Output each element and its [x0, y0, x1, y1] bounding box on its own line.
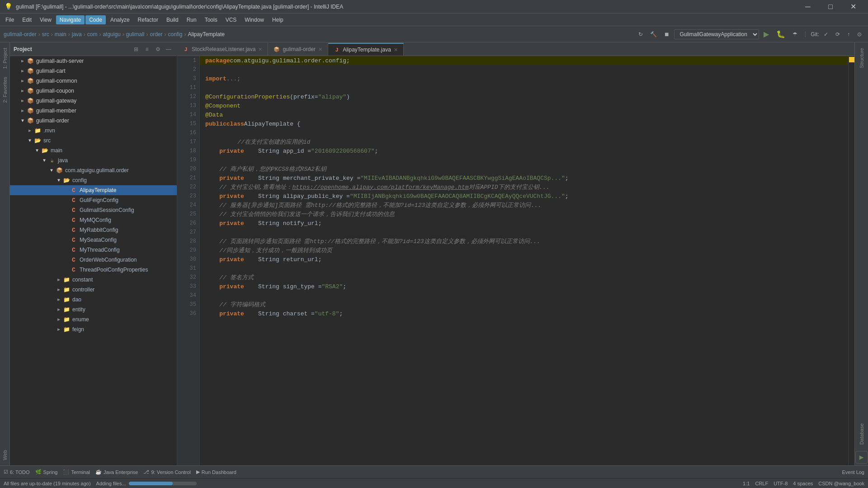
menu-analyze[interactable]: Analyze	[107, 15, 133, 24]
tree-item-mvn[interactable]: ▶ 📁 .mvn	[10, 126, 177, 136]
tree-item-entity[interactable]: ▶ 📁 entity	[10, 305, 177, 314]
tree-collapse-btn[interactable]: ≡	[142, 45, 151, 54]
status-indent[interactable]: 4 spaces	[793, 481, 813, 486]
tree-item-java[interactable]: ▼ ☕ java	[10, 155, 177, 165]
bottom-spring[interactable]: 🌿 Spring	[35, 469, 58, 475]
sidebar-item-favorites[interactable]: 2: Favorites	[1, 73, 9, 106]
tree-item-constant[interactable]: ▶ 📁 constant	[10, 275, 177, 285]
tree-item-order[interactable]: ▼ 📦 gulimall-order	[10, 116, 177, 126]
bottom-version-control[interactable]: ⎇ 9: Version Control	[143, 469, 190, 475]
todo-label: 6: TODO	[10, 469, 30, 475]
module-icon: 📦	[26, 67, 34, 75]
breadcrumb-src[interactable]: src	[42, 31, 49, 38]
menu-run[interactable]: Run	[183, 15, 200, 24]
status-position[interactable]: 1:1	[743, 481, 750, 486]
maximize-button[interactable]: □	[820, 0, 841, 14]
menu-code[interactable]: Code	[85, 15, 106, 24]
tab-close-gulimall-order[interactable]: ✕	[318, 47, 322, 52]
tree-title: Project	[14, 46, 32, 52]
floating-run-button[interactable]: ▶	[855, 451, 868, 464]
tab-gulimall-order[interactable]: 📦 gulimall-order ✕	[268, 43, 328, 56]
menu-edit[interactable]: Edit	[19, 15, 35, 24]
progress-fill	[129, 482, 173, 485]
breadcrumb-atguigu[interactable]: atguigu	[103, 31, 120, 38]
tree-item-controller[interactable]: ▶ 📁 controller	[10, 285, 177, 295]
toolbar-sync-btn[interactable]: ↻	[636, 30, 646, 39]
tree-item-myseataconfig[interactable]: ▶ C MySeataConfig	[10, 235, 177, 245]
status-encoding[interactable]: UTF-8	[774, 481, 788, 486]
tree-item-gateway[interactable]: ▶ 📦 gulimall-gateway	[10, 96, 177, 106]
tree-settings-btn[interactable]: ⚙	[153, 45, 162, 54]
menu-navigate[interactable]: Navigate	[56, 15, 85, 24]
run-config-dropdown[interactable]: GulimallGatewayApplication	[674, 29, 759, 39]
tree-item-gulifeignconfig[interactable]: ▶ C GuliFeignConfig	[10, 195, 177, 205]
tree-expand-btn[interactable]: ⊞	[132, 45, 141, 54]
bottom-todo[interactable]: ☑ 6: TODO	[4, 469, 30, 475]
git-push-btn[interactable]: ↑	[844, 30, 853, 39]
breadcrumb-gulimall-order[interactable]: gulimall-order	[4, 31, 37, 38]
tree-item-src[interactable]: ▼ 📂 src	[10, 136, 177, 145]
tree-item-alipaytemplate[interactable]: ▶ C AlipayTemplate	[10, 185, 177, 195]
bottom-event-log[interactable]: Event Log	[842, 469, 864, 475]
tree-hide-btn[interactable]: —	[164, 45, 173, 54]
breadcrumb-main[interactable]: main	[55, 31, 66, 38]
git-update-btn[interactable]: ✓	[821, 30, 831, 39]
sidebar-item-web[interactable]: Web	[1, 446, 9, 464]
tree-item-common[interactable]: ▶ 📦 gulimall-common	[10, 76, 177, 86]
tab-stockreleaselistener[interactable]: J StockReleaseListener.java ✕	[177, 43, 268, 56]
menu-tools[interactable]: Tools	[201, 15, 221, 24]
tree-item-package[interactable]: ▼ 📦 com.atguigu.gulimall.order	[10, 165, 177, 175]
tree-item-auth-server[interactable]: ▶ 📦 gulimall-auth-server	[10, 56, 177, 66]
run-btn[interactable]: ▶	[761, 28, 772, 40]
git-commit-btn[interactable]: ⟳	[833, 30, 843, 39]
breadcrumb-java[interactable]: java	[72, 31, 82, 38]
sidebar-item-project[interactable]: 1: Project	[1, 44, 9, 72]
breadcrumb-config[interactable]: config	[168, 31, 182, 38]
tab-close-alipaytemplate[interactable]: ✕	[394, 47, 398, 53]
tree-item-mymqconfig[interactable]: ▶ C MyMQConfig	[10, 215, 177, 225]
tree-item-dao[interactable]: ▶ 📁 dao	[10, 295, 177, 305]
bottom-run-dashboard[interactable]: ▶ Run Dashboard	[196, 469, 236, 475]
tree-item-feign[interactable]: ▶ 📁 feign	[10, 324, 177, 334]
tab-alipaytemplate[interactable]: J AlipayTemplate.java ✕	[328, 43, 404, 56]
close-button[interactable]: ✕	[843, 0, 863, 14]
tree-item-enume[interactable]: ▶ 📁 enume	[10, 314, 177, 324]
coverage-btn[interactable]: ☂	[790, 30, 800, 39]
git-history-btn[interactable]: ⊙	[854, 30, 864, 39]
menu-build[interactable]: Build	[163, 15, 182, 24]
java-file-icon: J	[183, 46, 189, 52]
toolbar-stop-btn[interactable]: ⏹	[661, 30, 672, 39]
status-crlf[interactable]: CRLF	[755, 481, 768, 486]
tree-item-threadpoolconfigproperties[interactable]: ▶ C ThreadPoolConfigProperties	[10, 265, 177, 275]
debug-btn[interactable]: 🐛	[774, 28, 788, 40]
tree-label-enume: enume	[72, 316, 89, 323]
tree-item-coupon[interactable]: ▶ 📦 gulimall-coupon	[10, 86, 177, 96]
menu-view[interactable]: View	[36, 15, 55, 24]
tree-item-config[interactable]: ▼ 📂 config	[10, 175, 177, 185]
sidebar-item-database[interactable]: Database	[858, 420, 865, 448]
tree-item-gulimallsessionconfig[interactable]: ▶ C GulimallSessionConfig	[10, 205, 177, 215]
tree-item-orderwebconfig[interactable]: ▶ C OrderWebConfiguration	[10, 255, 177, 265]
tree-item-cart[interactable]: ▶ 📦 gulimall-cart	[10, 66, 177, 76]
code-line-2	[200, 65, 848, 74]
tree-item-main[interactable]: ▼ 📂 main	[10, 145, 177, 155]
tree-item-mythreadconfig[interactable]: ▶ C MyThreadConfig	[10, 245, 177, 255]
tree-item-myrabbitconfig[interactable]: ▶ C MyRabbitConfig	[10, 225, 177, 235]
code-area[interactable]: package com.atguigu.gulimall.order.confi…	[200, 56, 848, 465]
breadcrumb-gulimall[interactable]: gulimall	[126, 31, 145, 38]
menu-file[interactable]: File	[2, 15, 18, 24]
bottom-java-enterprise[interactable]: ☕ Java Enterprise	[95, 469, 138, 475]
menu-window[interactable]: Window	[241, 15, 268, 24]
tab-close-stockreleaselistener[interactable]: ✕	[258, 47, 262, 52]
bottom-terminal[interactable]: ⬛ Terminal	[63, 469, 90, 475]
menu-help[interactable]: Help	[269, 15, 287, 24]
breadcrumb-com[interactable]: com	[87, 31, 98, 38]
minimize-button[interactable]: ─	[797, 0, 818, 14]
breadcrumb-order[interactable]: order	[150, 31, 162, 38]
menu-refactor[interactable]: Refactor	[134, 15, 162, 24]
sidebar-item-structure[interactable]: Structure	[858, 44, 865, 72]
tree-item-member[interactable]: ▶ 📦 gulimall-member	[10, 106, 177, 116]
toolbar-build-btn[interactable]: 🔨	[647, 30, 660, 39]
java-icon: ☕	[48, 156, 56, 164]
menu-vcs[interactable]: VCS	[222, 15, 241, 24]
